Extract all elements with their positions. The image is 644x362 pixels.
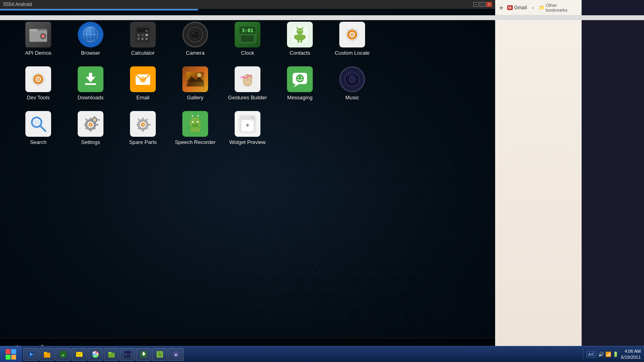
speech-recorder-label: Speech Recorder — [175, 139, 215, 145]
svg-rect-67 — [31, 78, 33, 80]
spare-parts-label: Spare Parts — [129, 139, 157, 145]
svg-rect-158 — [6, 349, 10, 354]
svg-rect-55 — [345, 34, 347, 35]
taskbar-extra[interactable]: ★ — [168, 348, 184, 361]
folder-icon: 📁 — [539, 5, 545, 10]
app-downloads[interactable]: Downloads — [64, 63, 117, 104]
camera-icon — [182, 22, 208, 47]
contacts-icon — [287, 22, 313, 47]
svg-text:3:01: 3:01 — [242, 28, 254, 33]
svg-rect-146 — [190, 128, 200, 132]
taskbar-media-player[interactable] — [23, 348, 39, 361]
svg-point-70 — [37, 78, 39, 80]
taskbar-file-explorer[interactable] — [39, 348, 55, 361]
svg-point-142 — [192, 115, 193, 117]
minimize-button[interactable]: ─ — [473, 2, 479, 7]
sound-icon: 🔊 — [598, 352, 604, 357]
svg-text:C:\: C:\ — [125, 353, 131, 357]
svg-rect-65 — [37, 72, 39, 74]
android-screen: API Demos — [0, 9, 495, 362]
email-label: Email — [136, 95, 150, 101]
forward-arrows: » — [532, 5, 534, 10]
svg-rect-73 — [89, 73, 92, 78]
svg-rect-161 — [11, 355, 16, 360]
browser-icon — [78, 22, 103, 47]
svg-rect-54 — [351, 39, 353, 42]
contacts-label: Contacts — [289, 50, 310, 56]
taskbar-cmd[interactable]: C:\ — [120, 348, 135, 361]
taskbar-downloader[interactable] — [136, 348, 151, 361]
app-widget-preview[interactable]: Widget Preview — [221, 108, 274, 148]
app-settings[interactable]: Settings — [64, 108, 117, 148]
top-area: 5554:Android ─ □ ✕ — [0, 0, 644, 362]
app-music[interactable]: Music — [326, 63, 378, 104]
emulator-title-bar: 5554:Android ─ □ ✕ — [0, 0, 495, 9]
app-gestures[interactable]: Gestures Builder — [221, 63, 274, 104]
battery-tray-icon: 🔋 — [613, 352, 619, 357]
main-wrapper: 5554:Android ─ □ ✕ — [0, 0, 644, 362]
scrollbar-area — [0, 15, 644, 20]
app-gallery[interactable]: Gallery — [169, 63, 221, 104]
app-row-1: API Demos — [12, 19, 483, 59]
taskbar-mail[interactable] — [72, 348, 87, 361]
svg-text:—: — — [146, 29, 149, 33]
svg-rect-179 — [143, 352, 144, 354]
svg-rect-47 — [297, 40, 299, 43]
svg-point-78 — [142, 78, 144, 81]
network-icon: 📶 — [605, 352, 611, 357]
dev-tools-icon — [25, 66, 51, 92]
api-demos-label: API Demos — [25, 50, 52, 56]
svg-rect-128 — [136, 124, 139, 125]
svg-text:÷: ÷ — [146, 34, 147, 37]
taskbar-folder[interactable] — [104, 348, 119, 361]
browser-label: Browser — [81, 50, 100, 56]
svg-rect-118 — [98, 119, 100, 121]
svg-point-183 — [161, 353, 161, 354]
taskbar-apps: μ — [22, 348, 583, 361]
search-label: Search — [30, 139, 46, 145]
app-calculator[interactable]: + — + - ÷ — [117, 19, 169, 59]
emulator-area: 5554:Android ─ □ ✕ — [0, 0, 495, 362]
taskbar-android-sdk[interactable] — [152, 348, 167, 361]
email-icon — [130, 66, 156, 92]
app-speech-recorder[interactable]: Speech Recorder — [169, 108, 221, 148]
app-spare-parts[interactable]: Spare Parts — [117, 108, 169, 148]
gmail-bookmark[interactable]: M Gmail — [507, 5, 527, 10]
app-messaging[interactable]: Messaging — [274, 63, 326, 104]
taskbar-utorrent[interactable]: μ — [56, 348, 71, 361]
svg-rect-36 — [241, 35, 254, 42]
start-button[interactable] — [0, 346, 22, 362]
svg-rect-145 — [192, 124, 198, 127]
music-label: Music — [345, 95, 359, 101]
app-row-2: Dev Tools — [12, 63, 483, 104]
maximize-button[interactable]: □ — [480, 2, 485, 7]
settings-label: Settings — [81, 139, 100, 145]
emulator-title: 5554:Android — [3, 2, 32, 7]
taskbar-chrome[interactable] — [88, 348, 103, 361]
gallery-icon — [182, 66, 208, 92]
other-bookmarks[interactable]: 📁 Other bookmarks — [539, 3, 578, 12]
svg-line-185 — [161, 351, 161, 352]
svg-rect-105 — [90, 117, 91, 120]
app-dev-tools[interactable]: Dev Tools — [12, 63, 64, 104]
svg-point-31 — [194, 33, 197, 36]
close-button[interactable]: ✕ — [486, 2, 492, 7]
gallery-label: Gallery — [187, 95, 203, 101]
app-search[interactable]: Search — [12, 108, 64, 148]
app-custom-locale[interactable]: Custom Locale — [326, 19, 378, 59]
app-camera[interactable]: Camera — [169, 19, 221, 59]
systray-time: 4:06 AM 6/19/2011 — [621, 348, 641, 360]
music-icon — [339, 66, 365, 92]
svg-point-98 — [351, 78, 353, 80]
ac-label: A/C — [586, 351, 597, 358]
dev-tools-label: Dev Tools — [27, 95, 50, 101]
app-api-demos[interactable]: API Demos — [12, 19, 64, 59]
app-clock[interactable]: 3:01 Clock — [221, 19, 274, 59]
svg-rect-2 — [29, 29, 37, 31]
app-contacts[interactable]: Contacts — [274, 19, 326, 59]
date-line2: 6/19/2011 — [621, 354, 641, 360]
app-browser[interactable]: Browser — [64, 19, 117, 59]
right-panel: ★ M Gmail » 📁 Other bookmarks — [495, 0, 582, 362]
settings-icon — [78, 111, 103, 137]
app-email[interactable]: Email — [117, 63, 169, 104]
